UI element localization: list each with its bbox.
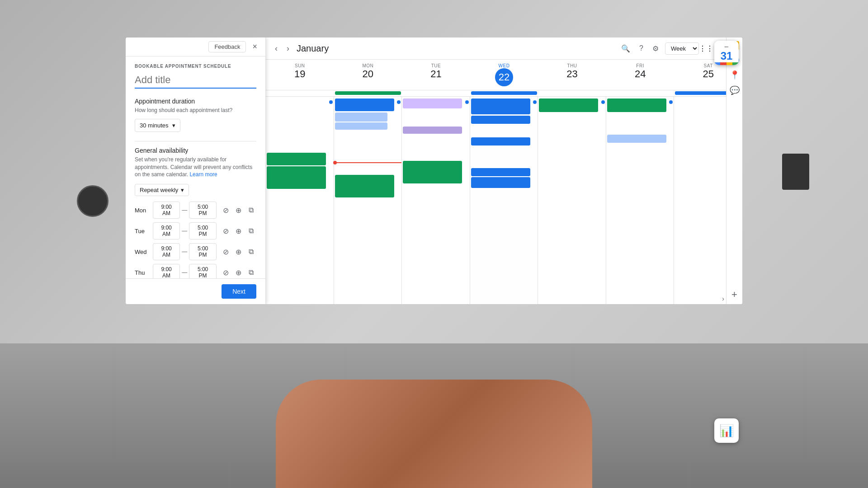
sidebar-add-icon[interactable]: + (731, 289, 737, 300)
sun-event-1[interactable] (267, 153, 326, 165)
tue-start-time[interactable]: 9:00 AM (153, 222, 180, 239)
calendar-grid (266, 97, 742, 304)
thu-event-green[interactable] (539, 99, 598, 112)
thu-copy-icon[interactable]: ⧉ (245, 267, 256, 278)
col-wed (470, 97, 538, 304)
time-range-mon: 9:00 AM — 5:00 PM (153, 202, 217, 219)
settings-button[interactable]: ⚙ (650, 42, 661, 56)
thu-add-icon[interactable]: ⊕ (233, 267, 244, 278)
mon-end-time[interactable]: 5:00 PM (189, 202, 217, 219)
search-button[interactable]: 🔍 (618, 42, 633, 56)
day-header-fri: FRI 24 (606, 61, 675, 88)
screen-area: Feedback × BOOKABLE APPOINTMENT SCHEDULE… (126, 38, 742, 304)
wed-event-blue3[interactable] (471, 137, 530, 145)
next-button[interactable]: Next (222, 284, 256, 299)
section-label: BOOKABLE APPOINTMENT SCHEDULE (135, 64, 256, 69)
availability-section: General availability Set when you're reg… (135, 147, 256, 178)
day-row-tue: Tue 9:00 AM — 5:00 PM ⊘ ⊕ ⧉ (135, 222, 256, 239)
desk-items-left (77, 90, 131, 217)
thu-actions: ⊘ ⊕ ⧉ (220, 267, 256, 278)
view-select[interactable]: Week Day Month (665, 42, 699, 55)
tue-copy-icon[interactable]: ⧉ (245, 225, 256, 236)
col-mon (334, 97, 402, 304)
tue-end-time[interactable]: 5:00 PM (189, 222, 217, 239)
mon-event-light1[interactable] (335, 113, 387, 122)
wed-start-time[interactable]: 9:00 AM (153, 243, 180, 260)
wed-remove-icon[interactable]: ⊘ (220, 246, 231, 257)
day-header-tue: TUE 21 (402, 61, 470, 88)
col-thu (538, 97, 606, 304)
duration-title: Appointment duration (135, 98, 256, 105)
tue-remove-icon[interactable]: ⊘ (220, 225, 231, 236)
wed-copy-icon[interactable]: ⧉ (245, 246, 256, 257)
all-day-sun (266, 91, 334, 95)
days-header: SUN 19 MON 20 TUE 21 WED 22 THU 23 (266, 60, 742, 90)
repeat-value: Repeat weekly (140, 187, 178, 193)
day-row-wed: Wed 9:00 AM — 5:00 PM ⊘ ⊕ ⧉ (135, 243, 256, 260)
thu-start-time[interactable]: 9:00 AM (153, 264, 180, 278)
gcal-number: 31 (721, 50, 733, 62)
learn-more-link[interactable]: Learn more (189, 171, 217, 178)
hands (276, 380, 592, 488)
wed-event-blue5[interactable] (471, 177, 530, 188)
close-button[interactable]: × (250, 41, 260, 52)
gcal-logo[interactable]: ▪▪▪ 31 (714, 41, 739, 65)
mon-remove-icon[interactable]: ⊘ (220, 205, 231, 216)
fri-event-green[interactable] (607, 99, 666, 112)
all-day-thu (538, 91, 606, 95)
tue-event-purple2[interactable] (403, 127, 462, 134)
day-label-thu: Thu (135, 269, 149, 276)
wed-actions: ⊘ ⊕ ⧉ (220, 246, 256, 257)
repeat-select[interactable]: Repeat weekly ▾ (135, 184, 189, 196)
feedback-button[interactable]: Feedback (208, 41, 246, 52)
mon-event-blue[interactable] (335, 99, 394, 111)
time-range-tue: 9:00 AM — 5:00 PM (153, 222, 217, 239)
right-sidebar: ✓ 📍 💬 + (726, 38, 742, 304)
time-range-wed: 9:00 AM — 5:00 PM (153, 243, 217, 260)
panel-header: Feedback × (126, 38, 265, 56)
duration-desc: How long should each appointment last? (135, 107, 256, 114)
mon-start-time[interactable]: 9:00 AM (153, 202, 180, 219)
thu-end-time[interactable]: 5:00 PM (189, 264, 217, 278)
mon-event-green[interactable] (335, 175, 394, 197)
all-day-mon (334, 91, 402, 95)
tue-actions: ⊘ ⊕ ⧉ (220, 225, 256, 236)
day-header-thu: THU 23 (538, 61, 606, 88)
tue-event-green[interactable] (403, 161, 462, 183)
tue-add-icon[interactable]: ⊕ (233, 225, 244, 236)
next-nav-button[interactable]: › (285, 42, 291, 55)
calendar-header: ‹ › January 🔍 ? ⚙ Week Day Month ⋮⋮⋮ A (266, 38, 742, 60)
day-header-wed: WED 22 (470, 61, 538, 88)
col-tue (402, 97, 470, 304)
wed-event-blue1[interactable] (471, 99, 530, 114)
all-day-row (266, 90, 742, 97)
day-row-thu: Thu 9:00 AM — 5:00 PM ⊘ ⊕ ⧉ (135, 264, 256, 278)
help-button[interactable]: ? (637, 42, 646, 55)
month-title: January (297, 43, 613, 54)
day-header-sun: SUN 19 (266, 61, 334, 88)
wed-end-time[interactable]: 5:00 PM (189, 243, 217, 260)
desk-clock (77, 185, 108, 217)
duration-select[interactable]: 30 minutes ▾ (135, 119, 180, 132)
mon-add-icon[interactable]: ⊕ (233, 205, 244, 216)
sun-event-2[interactable] (267, 166, 326, 189)
mon-copy-icon[interactable]: ⧉ (245, 205, 256, 216)
wed-add-icon[interactable]: ⊕ (233, 246, 244, 257)
sidebar-chat-icon[interactable]: 💬 (730, 85, 740, 95)
time-range-thu: 9:00 AM — 5:00 PM (153, 264, 217, 278)
desk-items-right (755, 68, 809, 226)
office-logo[interactable]: 📊 (714, 418, 739, 443)
wed-event-blue4[interactable] (471, 168, 530, 176)
tue-event-purple1[interactable] (403, 99, 462, 108)
divider (135, 141, 256, 141)
all-day-wed (470, 91, 538, 95)
mon-event-light2[interactable] (335, 122, 387, 130)
sidebar-maps-icon[interactable]: 📍 (730, 70, 740, 80)
expand-button[interactable]: › (722, 295, 724, 302)
wed-event-blue2[interactable] (471, 116, 530, 124)
thu-remove-icon[interactable]: ⊘ (220, 267, 231, 278)
fri-event-light[interactable] (607, 135, 666, 143)
mon-actions: ⊘ ⊕ ⧉ (220, 205, 256, 216)
title-input[interactable] (135, 72, 256, 89)
prev-nav-button[interactable]: ‹ (273, 42, 279, 55)
